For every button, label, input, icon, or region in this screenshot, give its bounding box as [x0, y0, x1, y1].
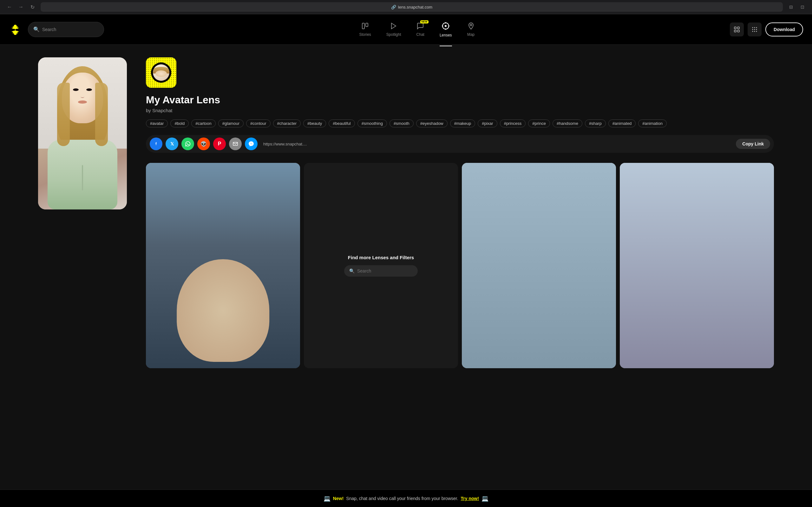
share-twitter-button[interactable]: 𝕏 — [165, 137, 178, 150]
svg-point-16 — [756, 27, 757, 28]
share-row: 𝕏 👽 P — [146, 135, 774, 153]
refresh-button[interactable]: ↻ — [28, 3, 37, 11]
nav-stories[interactable]: Stories — [359, 22, 371, 37]
lens-title: My Avatar Lens — [146, 94, 774, 106]
chat-icon: NEW — [416, 22, 424, 31]
tag-eyeshadow[interactable]: #eyeshadow — [416, 119, 448, 127]
svg-point-21 — [754, 31, 755, 32]
svg-point-20 — [752, 31, 753, 32]
address-bar[interactable]: 🔗 lens.snapchat.com — [41, 2, 783, 12]
svg-point-19 — [756, 29, 757, 30]
tag-animation[interactable]: #animation — [638, 119, 667, 127]
tag-bold[interactable]: #bold — [170, 119, 189, 127]
tag-smooth[interactable]: #smooth — [390, 119, 414, 127]
lenses-label: Lenses — [440, 33, 452, 38]
tag-cartoon[interactable]: #cartoon — [191, 119, 216, 127]
lens-creator: by Snapchat — [146, 108, 774, 113]
svg-rect-12 — [734, 30, 736, 32]
snap-header: 🔍 Stories Spotlight — [0, 14, 812, 45]
search-bar[interactable]: 🔍 — [28, 22, 104, 37]
svg-marker-2 — [392, 23, 396, 29]
share-reddit-button[interactable]: 👽 — [197, 137, 210, 150]
share-email-button[interactable] — [229, 137, 242, 150]
share-url: https://www.snapchat.... — [261, 142, 733, 147]
browser-nav-buttons: ← → ↻ — [5, 3, 37, 11]
spotlight-label: Spotlight — [386, 32, 401, 37]
copy-link-button[interactable]: Copy Link — [736, 139, 770, 149]
tag-contour[interactable]: #contour — [246, 119, 270, 127]
browser-chrome: ← → ↻ 🔗 lens.snapchat.com ⊟ ⊡ — [0, 0, 812, 14]
try-now-link[interactable]: Try now! — [461, 496, 479, 501]
svg-point-4 — [445, 25, 447, 27]
header-right-controls: Download — [730, 22, 803, 37]
map-label: Map — [467, 32, 474, 37]
related-lenses-section: Find more Lenses and Filters 🔍 — [146, 163, 774, 368]
snapchat-logo[interactable] — [9, 23, 21, 36]
spotlight-icon — [390, 22, 397, 31]
back-button[interactable]: ← — [5, 3, 14, 11]
forward-button[interactable]: → — [16, 3, 26, 11]
find-more-title: Find more Lenses and Filters — [348, 255, 414, 260]
tag-glamour[interactable]: #glamour — [218, 119, 244, 127]
find-more-search-icon: 🔍 — [349, 268, 355, 274]
lens-info-panel: My Avatar Lens by Snapchat #avatar #bold… — [146, 57, 774, 477]
url-icon: 🔗 — [391, 5, 396, 9]
svg-point-14 — [752, 27, 753, 28]
related-card-1[interactable] — [146, 163, 300, 368]
browser-controls-right: ⊟ ⊡ — [786, 3, 807, 11]
svg-point-22 — [756, 31, 757, 32]
share-whatsapp-button[interactable] — [182, 137, 194, 150]
tag-princess[interactable]: #princess — [500, 119, 526, 127]
chat-new-badge: NEW — [420, 20, 429, 23]
tag-makeup[interactable]: #makeup — [450, 119, 475, 127]
bottom-banner: 💻 New! Snap, chat and video call your fr… — [0, 490, 812, 507]
main-navigation: Stories Spotlight NEW Chat — [104, 21, 730, 38]
snapcode-avatar — [153, 64, 169, 81]
svg-rect-10 — [734, 27, 736, 29]
grid-view-button[interactable] — [730, 22, 744, 37]
tag-animated[interactable]: #animated — [608, 119, 636, 127]
browser-toolbar: ← → ↻ 🔗 lens.snapchat.com ⊟ ⊡ — [0, 0, 812, 14]
tag-pixar[interactable]: #pixar — [478, 119, 497, 127]
laptop-icon-right: 💻 — [481, 495, 489, 502]
svg-point-15 — [754, 27, 755, 28]
tag-character[interactable]: #character — [273, 119, 301, 127]
nav-chat[interactable]: NEW Chat — [416, 22, 424, 37]
tag-avatar[interactable]: #avatar — [146, 119, 168, 127]
related-card-4[interactable] — [620, 163, 774, 368]
nav-lenses[interactable]: Lenses — [440, 21, 452, 38]
share-pinterest-button[interactable]: P — [213, 137, 226, 150]
nav-map[interactable]: Map — [467, 22, 475, 37]
find-more-card: Find more Lenses and Filters 🔍 — [304, 163, 458, 368]
lenses-icon — [441, 21, 450, 32]
find-more-search-bar[interactable]: 🔍 — [344, 265, 418, 277]
svg-rect-1 — [366, 23, 368, 26]
banner-new-label: New! — [333, 496, 344, 501]
split-view-button[interactable]: ⊡ — [798, 3, 807, 11]
svg-rect-23 — [233, 142, 238, 146]
find-more-search-input[interactable] — [357, 268, 413, 274]
sidebar-toggle-button[interactable]: ⊟ — [786, 3, 796, 11]
search-input[interactable] — [42, 27, 99, 32]
lens-preview-panel — [38, 57, 127, 477]
share-facebook-button[interactable] — [150, 137, 162, 150]
share-messenger-button[interactable] — [245, 137, 258, 150]
find-more-content: Find more Lenses and Filters 🔍 — [338, 248, 424, 283]
url-text: lens.snapchat.com — [398, 5, 432, 9]
tag-sharp[interactable]: #sharp — [585, 119, 606, 127]
search-icon: 🔍 — [33, 26, 40, 32]
apps-grid-button[interactable] — [748, 22, 762, 37]
banner-text: Snap, chat and video call your friends f… — [346, 496, 458, 501]
tag-smoothing[interactable]: #smoothing — [357, 119, 387, 127]
tag-beautiful[interactable]: #beautiful — [328, 119, 355, 127]
tag-prince[interactable]: #prince — [528, 119, 550, 127]
download-button[interactable]: Download — [765, 22, 803, 37]
nav-spotlight[interactable]: Spotlight — [386, 22, 401, 37]
svg-rect-13 — [738, 30, 740, 32]
tag-handsome[interactable]: #handsome — [553, 119, 582, 127]
chat-label: Chat — [416, 32, 424, 37]
main-content: My Avatar Lens by Snapchat #avatar #bold… — [0, 45, 812, 490]
svg-point-18 — [754, 29, 755, 30]
related-card-3[interactable] — [462, 163, 616, 368]
tag-beauty[interactable]: #beauty — [303, 119, 326, 127]
